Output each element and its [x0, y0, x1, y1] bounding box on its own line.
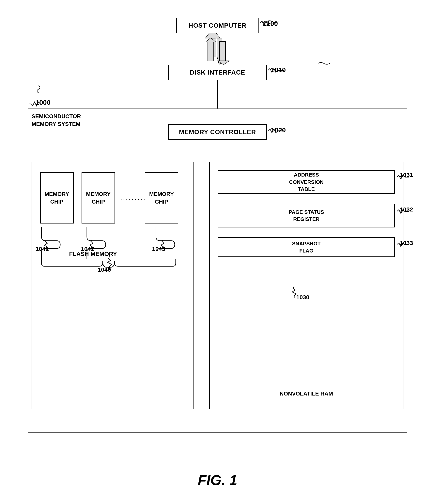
- memory-chip-2-box: MEMORY CHIP: [82, 172, 115, 224]
- page-status-register-box: PAGE STATUS REGISTER: [218, 204, 395, 227]
- dots-separator: .........: [120, 193, 146, 201]
- svg-marker-17: [206, 38, 216, 42]
- address-conversion-table-label: ADDRESS CONVERSION TABLE: [289, 171, 324, 193]
- memory-chip-3-box: MEMORY CHIP: [145, 172, 178, 224]
- host-computer-box: HOST COMPUTER: [176, 18, 259, 33]
- semiconductor-label: SEMICONDUCTOR MEMORY SYSTEM: [32, 112, 81, 128]
- snapshot-flag-box: SNAPSHOT FLAG: [218, 237, 395, 257]
- svg-marker-18: [220, 41, 225, 61]
- memory-controller-box: MEMORY CONTROLLER: [168, 124, 267, 140]
- host-computer-label: HOST COMPUTER: [189, 22, 247, 29]
- svg-marker-19: [218, 61, 230, 65]
- figure-caption: FIG. 1: [198, 472, 237, 488]
- page-status-register-label: PAGE STATUS REGISTER: [289, 208, 324, 223]
- memory-chip-3-label: MEMORY CHIP: [149, 190, 174, 206]
- nvram-label: NONVOLATILE RAM: [280, 391, 333, 397]
- disk-interface-label: DISK INTERFACE: [190, 69, 245, 76]
- memory-chip-1-label: MEMORY CHIP: [45, 190, 69, 206]
- disk-interface-box: DISK INTERFACE: [168, 65, 267, 80]
- address-conversion-table-box: ADDRESS CONVERSION TABLE: [218, 170, 395, 194]
- nvram-box: ADDRESS CONVERSION TABLE PAGE STATUS REG…: [209, 162, 403, 409]
- memory-controller-label: MEMORY CONTROLLER: [179, 128, 256, 135]
- memory-chips-area: MEMORY CHIP MEMORY CHIP ......... MEMORY…: [32, 162, 194, 409]
- memory-chip-1-box: MEMORY CHIP: [40, 172, 74, 224]
- svg-marker-15: [208, 41, 214, 61]
- snapshot-flag-label: SNAPSHOT FLAG: [292, 240, 321, 254]
- memory-chip-2-label: MEMORY CHIP: [86, 190, 111, 206]
